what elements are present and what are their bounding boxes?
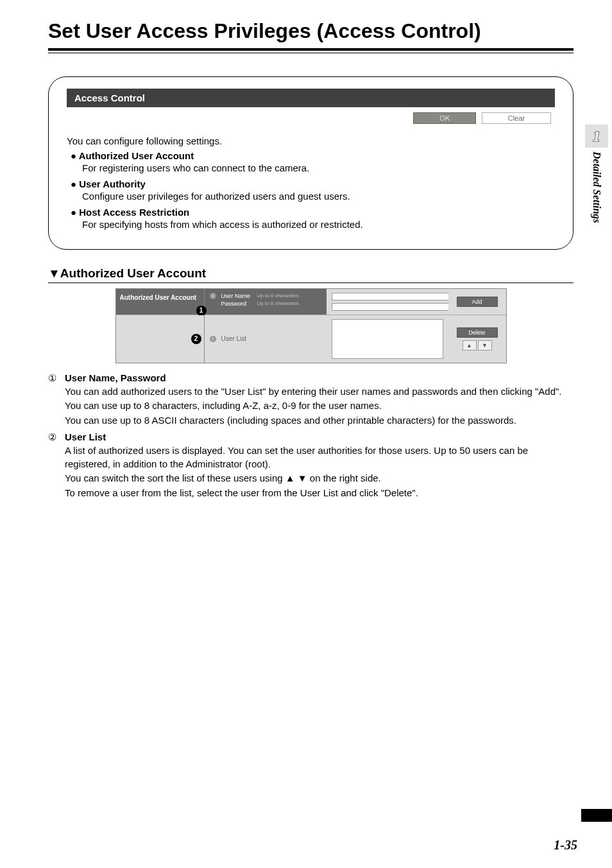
- password-input[interactable]: [332, 303, 452, 311]
- password-hint: Up to 8 characters: [257, 300, 299, 306]
- userlist-label: User List: [221, 335, 246, 342]
- callout-badge-2: 2: [191, 334, 201, 344]
- button-row: OK Clear: [67, 109, 555, 126]
- item-paragraph: A list of authorized users is displayed.…: [65, 444, 574, 471]
- item-number: ②: [48, 431, 61, 443]
- intro-text: You can configure following settings.: [67, 135, 555, 146]
- access-control-header: Access Control: [67, 89, 555, 107]
- user-list-box[interactable]: [332, 319, 443, 359]
- bullet-desc: Configure user privileges for authorized…: [82, 191, 555, 202]
- chapter-number-box: 1: [585, 125, 608, 148]
- description-list: ① User Name, Password You can add author…: [48, 372, 574, 500]
- bullet-desc: For specifying hosts from which access i…: [82, 219, 555, 230]
- username-label: User Name: [221, 293, 255, 299]
- auth-user-account-label: Authorized User Account 1: [116, 289, 205, 315]
- username-hint: Up to 8 characters: [257, 293, 299, 299]
- info-icon: i: [210, 336, 216, 342]
- item-paragraph: You can switch the sort the list of thes…: [65, 472, 574, 485]
- overview-box: Access Control OK Clear You can configur…: [48, 76, 574, 250]
- bullet-head: ● Authorized User Account: [71, 150, 555, 161]
- item-paragraph: To remove a user from the list, select t…: [65, 487, 574, 500]
- item-paragraph: You can use up to 8 ASCII characters (in…: [65, 414, 574, 428]
- item-paragraph: You can add authorized users to the "Use…: [65, 385, 574, 399]
- delete-button[interactable]: Delete: [457, 327, 498, 338]
- auth-section-heading: ▼Authorized User Account: [48, 266, 574, 283]
- bullet-desc: For registering users who can connect to…: [82, 162, 555, 173]
- bullet-head: ● User Authority: [71, 178, 555, 189]
- chapter-number: 1: [593, 128, 600, 145]
- chapter-title: Detailed Settings: [591, 152, 602, 223]
- callout-badge-1: 1: [196, 306, 207, 316]
- bullet-list: ● Authorized User Account For registerin…: [71, 150, 555, 230]
- info-icon: i: [210, 293, 216, 299]
- bullet-head: ● Host Access Restriction: [71, 207, 555, 218]
- page-number: 1-35: [554, 838, 577, 853]
- add-button[interactable]: Add: [457, 297, 498, 307]
- sort-down-button[interactable]: ▼: [478, 340, 492, 351]
- item-title: User List: [65, 431, 106, 443]
- item-title: User Name, Password: [65, 372, 166, 384]
- title-underline: [48, 48, 574, 53]
- item-number: ①: [48, 372, 61, 384]
- sort-up-button[interactable]: ▲: [463, 340, 477, 351]
- ok-button[interactable]: OK: [413, 112, 476, 124]
- item-paragraph: You can use up to 8 characters, includin…: [65, 399, 574, 413]
- left-label-text: Authorized User Account: [120, 294, 197, 301]
- username-input[interactable]: [332, 293, 452, 300]
- black-side-tab: [581, 809, 612, 822]
- page-title: Set User Access Privileges (Access Contr…: [48, 19, 574, 43]
- side-tab: 1 Detailed Settings: [581, 125, 612, 223]
- clear-button[interactable]: Clear: [482, 112, 551, 124]
- page-content: Set User Access Privileges (Access Contr…: [0, 0, 612, 868]
- password-label: Password: [221, 300, 255, 307]
- auth-user-account-screenshot: Authorized User Account 1 i User Name Up…: [115, 288, 507, 363]
